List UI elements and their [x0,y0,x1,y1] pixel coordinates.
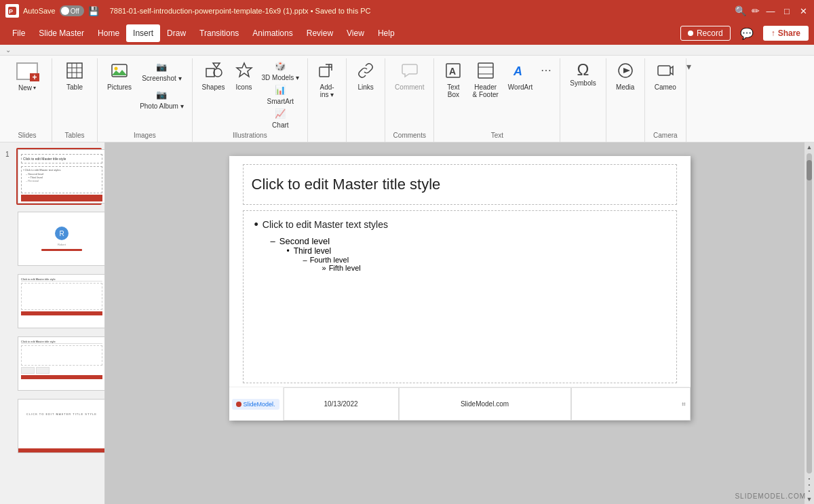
ribbon-group-tables-items: Table [58,60,92,130]
cameo-icon [657,62,674,82]
share-label: Share [778,28,800,38]
slide-thumb-5[interactable]: CLICK TO EDIT MASTER TITLE STYLE [16,398,102,454]
table-button[interactable]: Table [58,60,92,93]
wordart-label: WordArt [508,83,533,91]
menu-slidemaster[interactable]: Slide Master [32,24,91,42]
cameo-label: Cameo [655,83,676,91]
menu-draw[interactable]: Draw [160,24,193,42]
slide-img-1: Click to edit Master title style • Click… [18,149,105,203]
ribbon-group-images-label: Images [103,130,187,139]
body-text-level1: Click to edit Master text styles [263,219,388,230]
new-slide-top[interactable]: + [8,60,46,83]
ribbon: + New ▾ Slides [0,56,814,142]
footer-url-text: SlideModel.com [461,400,509,408]
links-button[interactable]: Links [352,60,379,93]
slide-thumb-3[interactable]: Click to edit Master title style [16,273,102,330]
pen-icon[interactable]: ✏ [752,5,760,16]
autosave-label: AutoSave [23,7,56,15]
new-slide-label[interactable]: New ▾ [8,83,46,93]
screenshot-button[interactable]: 📷 Screenshot ▾ [137,60,186,84]
3d-models-button[interactable]: 🎲 3D Models ▾ [259,60,303,83]
menu-help[interactable]: Help [371,24,402,42]
menu-transitions[interactable]: Transitions [193,24,246,42]
slide-title-box[interactable]: Click to edit Master title style [243,164,677,205]
scroll-down-btn[interactable]: ▼ [807,496,813,503]
photo-album-button[interactable]: 📷 Photo Album ▾ [137,88,186,112]
slide-img-content-1: Click to edit Master title style • Click… [18,150,105,203]
slide-title-text: Click to edit Master title style [252,176,441,193]
scroll-thumb[interactable] [807,160,812,180]
slide-thumb-1[interactable]: 1 Click to edit Master title style • Cli… [16,148,102,205]
ribbon-group-media: Media [606,58,645,142]
menu-insert[interactable]: Insert [126,24,160,42]
share-button[interactable]: ↑ Share [763,26,809,41]
autosave-state: Off [71,7,79,15]
ribbon-group-text: A TextBox Header& Footer [434,58,560,142]
symbols-button[interactable]: Ω Symbols [566,60,600,89]
new-slide-button[interactable]: + New ▾ [8,60,46,93]
scroll-dots[interactable]: ••• [809,476,811,494]
more-text-button[interactable]: ⋯ [539,62,553,78]
slide-body-box[interactable]: • Click to edit Master text styles Secon… [243,210,677,383]
maximize-button[interactable]: □ [781,5,792,16]
3d-models-label: 3D Models ▾ [262,74,300,81]
media-icon [617,62,634,82]
wordart-button[interactable]: A WordArt [504,60,537,93]
menu-review[interactable]: Review [300,24,340,42]
record-button[interactable]: Record [680,26,731,41]
smartart-button[interactable]: 📊 SmartArt [259,83,303,106]
links-label: Links [357,83,373,91]
record-dot [688,31,693,36]
scroll-track [807,153,812,473]
comment-icon[interactable]: 💬 [736,26,758,41]
slide-num-1: 1 [5,151,9,158]
svg-text:A: A [449,66,456,77]
autosave-toggle[interactable]: Off [60,5,84,16]
cameo-button[interactable]: Cameo [651,60,680,93]
slide-thumb-2[interactable]: R Robert [16,210,102,267]
title-bar-right: 🔍 ✏ — □ ✕ [735,5,809,16]
ribbon-group-illustrations-label: Illustrations [198,130,303,139]
ribbon-group-images: Pictures 📷 Screenshot ▾ 📷 Photo Album ▾ … [98,58,193,142]
minimize-button[interactable]: — [765,5,776,16]
svg-marker-11 [213,63,220,68]
smartart-label: SmartArt [267,98,294,105]
menu-file[interactable]: File [5,24,32,42]
chart-button[interactable]: 📈 Chart [259,107,303,130]
slide-thumb-4[interactable]: Click to edit Master title style [16,335,102,392]
title-bar-left: P AutoSave Off 💾 7881-01-self-introducti… [5,4,735,18]
slide1-footer [21,195,102,201]
slide-canvas[interactable]: Click to edit Master title style • Click… [229,156,691,421]
svg-marker-12 [237,63,252,77]
scroll-up-btn[interactable]: ▲ [807,144,813,151]
menu-home[interactable]: Home [91,24,126,42]
header-footer-button[interactable]: Header& Footer [468,60,502,100]
ribbon-col-text-more: ⋯ [538,60,554,81]
media-button[interactable]: Media [612,60,639,93]
pictures-button[interactable]: Pictures [103,60,136,93]
smartart-icon: 📊 [275,85,286,95]
photo-album-label: Photo Album ▾ [140,102,183,110]
addins-button[interactable]: Add-ins ▾ [313,60,341,100]
svg-rect-9 [206,69,214,77]
svg-rect-13 [319,67,329,77]
ribbon-group-camera-label: Camera [651,130,680,139]
ribbon-group-text-items: A TextBox Header& Footer [440,60,554,130]
svg-point-8 [115,67,118,71]
comment-button[interactable]: Comment [391,60,428,93]
right-scrollbar[interactable]: ▲ ••• ▼ [805,142,814,504]
fold-icon[interactable]: ⌄ [5,46,11,54]
search-icon[interactable]: 🔍 [735,5,746,16]
ribbon-more-arrow[interactable]: ▾ [686,58,691,142]
menu-animations[interactable]: Animations [246,24,299,42]
footer-date: 10/13/2022 [284,387,399,421]
icons-button[interactable]: Icons [231,60,258,93]
header-footer-icon [477,62,495,82]
save-icon[interactable]: 💾 [88,6,99,16]
footer-logo-badge: SlideModel. [232,399,279,410]
shapes-button[interactable]: Shapes [198,60,229,93]
textbox-button[interactable]: A TextBox [440,60,467,100]
menu-view[interactable]: View [340,24,371,42]
close-button[interactable]: ✕ [798,5,809,16]
comment-icon [401,62,419,82]
